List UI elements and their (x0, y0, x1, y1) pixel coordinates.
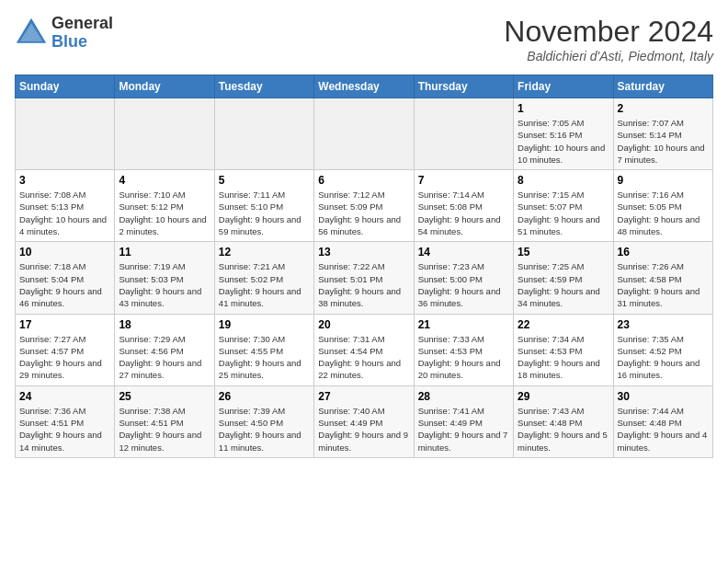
day-number: 17 (19, 318, 110, 331)
day-info: Sunrise: 7:08 AM Sunset: 5:13 PM Dayligh… (19, 189, 110, 237)
day-info: Sunrise: 7:19 AM Sunset: 5:03 PM Dayligh… (119, 260, 210, 309)
calendar-cell: 1Sunrise: 7:05 AM Sunset: 5:16 PM Daylig… (514, 98, 613, 170)
day-number: 30 (618, 390, 709, 403)
day-number: 22 (518, 318, 609, 331)
day-info: Sunrise: 7:29 AM Sunset: 4:56 PM Dayligh… (119, 333, 210, 382)
calendar-cell (314, 98, 414, 170)
day-number: 16 (618, 246, 709, 259)
header-monday: Monday (115, 75, 214, 98)
day-info: Sunrise: 7:05 AM Sunset: 5:16 PM Dayligh… (518, 117, 609, 166)
day-info: Sunrise: 7:35 AM Sunset: 4:52 PM Dayligh… (618, 333, 709, 382)
day-number: 10 (19, 246, 110, 259)
page-header: General Blue November 2024 Baldichieri d… (15, 15, 713, 63)
header-tuesday: Tuesday (214, 75, 313, 98)
calendar-cell: 16Sunrise: 7:26 AM Sunset: 4:58 PM Dayli… (613, 242, 712, 314)
calendar-cell: 21Sunrise: 7:33 AM Sunset: 4:53 PM Dayli… (414, 314, 513, 385)
month-title: November 2024 (504, 15, 713, 49)
day-number: 6 (318, 174, 409, 187)
day-number: 23 (618, 318, 709, 331)
day-info: Sunrise: 7:11 AM Sunset: 5:10 PM Dayligh… (219, 189, 310, 237)
calendar-week-1: 1Sunrise: 7:05 AM Sunset: 5:16 PM Daylig… (16, 98, 713, 170)
day-number: 8 (518, 174, 609, 187)
day-info: Sunrise: 7:41 AM Sunset: 4:49 PM Dayligh… (418, 405, 509, 454)
calendar-cell: 13Sunrise: 7:22 AM Sunset: 5:01 PM Dayli… (314, 242, 414, 314)
header-sunday: Sunday (16, 75, 115, 98)
calendar-cell: 23Sunrise: 7:35 AM Sunset: 4:52 PM Dayli… (613, 314, 712, 385)
day-info: Sunrise: 7:43 AM Sunset: 4:48 PM Dayligh… (518, 405, 609, 454)
day-info: Sunrise: 7:30 AM Sunset: 4:55 PM Dayligh… (219, 333, 310, 382)
calendar-cell: 4Sunrise: 7:10 AM Sunset: 5:12 PM Daylig… (115, 170, 214, 242)
day-number: 29 (518, 390, 609, 403)
calendar-cell: 29Sunrise: 7:43 AM Sunset: 4:48 PM Dayli… (514, 385, 613, 457)
calendar-cell: 27Sunrise: 7:40 AM Sunset: 4:49 PM Dayli… (314, 385, 414, 457)
location: Baldichieri d'Asti, Piedmont, Italy (504, 49, 713, 63)
day-info: Sunrise: 7:07 AM Sunset: 5:14 PM Dayligh… (618, 117, 709, 166)
calendar-cell: 2Sunrise: 7:07 AM Sunset: 5:14 PM Daylig… (613, 98, 712, 170)
day-number: 5 (219, 174, 310, 187)
day-info: Sunrise: 7:10 AM Sunset: 5:12 PM Dayligh… (119, 189, 210, 237)
day-info: Sunrise: 7:25 AM Sunset: 4:59 PM Dayligh… (518, 260, 609, 309)
day-info: Sunrise: 7:44 AM Sunset: 4:48 PM Dayligh… (618, 405, 709, 454)
title-block: November 2024 Baldichieri d'Asti, Piedmo… (504, 15, 713, 63)
header-friday: Friday (514, 75, 613, 98)
day-number: 13 (318, 246, 409, 259)
day-info: Sunrise: 7:22 AM Sunset: 5:01 PM Dayligh… (318, 260, 409, 309)
calendar-cell (414, 98, 513, 170)
day-number: 18 (119, 318, 210, 331)
day-info: Sunrise: 7:12 AM Sunset: 5:09 PM Dayligh… (318, 189, 409, 237)
day-info: Sunrise: 7:34 AM Sunset: 4:53 PM Dayligh… (518, 333, 609, 382)
calendar-cell: 26Sunrise: 7:39 AM Sunset: 4:50 PM Dayli… (214, 385, 313, 457)
day-info: Sunrise: 7:15 AM Sunset: 5:07 PM Dayligh… (518, 189, 609, 237)
calendar-cell: 12Sunrise: 7:21 AM Sunset: 5:02 PM Dayli… (214, 242, 313, 314)
calendar-cell: 9Sunrise: 7:16 AM Sunset: 5:05 PM Daylig… (613, 170, 712, 242)
calendar-cell (115, 98, 214, 170)
calendar-cell: 7Sunrise: 7:14 AM Sunset: 5:08 PM Daylig… (414, 170, 513, 242)
calendar-cell: 6Sunrise: 7:12 AM Sunset: 5:09 PM Daylig… (314, 170, 414, 242)
calendar-cell: 20Sunrise: 7:31 AM Sunset: 4:54 PM Dayli… (314, 314, 414, 385)
day-info: Sunrise: 7:40 AM Sunset: 4:49 PM Dayligh… (318, 405, 409, 454)
calendar-cell: 25Sunrise: 7:38 AM Sunset: 4:51 PM Dayli… (115, 385, 214, 457)
day-number: 20 (318, 318, 409, 331)
calendar-cell: 14Sunrise: 7:23 AM Sunset: 5:00 PM Dayli… (414, 242, 513, 314)
day-number: 9 (618, 174, 709, 187)
calendar-header: Sunday Monday Tuesday Wednesday Thursday… (16, 75, 713, 98)
day-number: 7 (418, 174, 509, 187)
day-number: 2 (618, 102, 709, 115)
day-info: Sunrise: 7:31 AM Sunset: 4:54 PM Dayligh… (318, 333, 409, 382)
header-thursday: Thursday (414, 75, 513, 98)
calendar-cell (16, 98, 115, 170)
day-info: Sunrise: 7:14 AM Sunset: 5:08 PM Dayligh… (418, 189, 509, 237)
day-info: Sunrise: 7:16 AM Sunset: 5:05 PM Dayligh… (618, 189, 709, 237)
day-number: 26 (219, 390, 310, 403)
day-number: 25 (119, 390, 210, 403)
calendar-week-4: 17Sunrise: 7:27 AM Sunset: 4:57 PM Dayli… (16, 314, 713, 385)
calendar-cell: 24Sunrise: 7:36 AM Sunset: 4:51 PM Dayli… (16, 385, 115, 457)
calendar-cell (214, 98, 313, 170)
calendar-cell: 15Sunrise: 7:25 AM Sunset: 4:59 PM Dayli… (514, 242, 613, 314)
day-number: 11 (119, 246, 210, 259)
day-info: Sunrise: 7:26 AM Sunset: 4:58 PM Dayligh… (618, 260, 709, 309)
calendar-cell: 5Sunrise: 7:11 AM Sunset: 5:10 PM Daylig… (214, 170, 313, 242)
calendar-cell: 8Sunrise: 7:15 AM Sunset: 5:07 PM Daylig… (514, 170, 613, 242)
day-info: Sunrise: 7:33 AM Sunset: 4:53 PM Dayligh… (418, 333, 509, 382)
calendar-cell: 17Sunrise: 7:27 AM Sunset: 4:57 PM Dayli… (16, 314, 115, 385)
day-info: Sunrise: 7:21 AM Sunset: 5:02 PM Dayligh… (219, 260, 310, 309)
header-row: Sunday Monday Tuesday Wednesday Thursday… (16, 75, 713, 98)
day-number: 14 (418, 246, 509, 259)
calendar-week-2: 3Sunrise: 7:08 AM Sunset: 5:13 PM Daylig… (16, 170, 713, 242)
calendar-week-3: 10Sunrise: 7:18 AM Sunset: 5:04 PM Dayli… (16, 242, 713, 314)
day-number: 27 (318, 390, 409, 403)
logo: General Blue (15, 15, 113, 52)
calendar-cell: 22Sunrise: 7:34 AM Sunset: 4:53 PM Dayli… (514, 314, 613, 385)
calendar-table: Sunday Monday Tuesday Wednesday Thursday… (15, 75, 713, 458)
calendar-cell: 28Sunrise: 7:41 AM Sunset: 4:49 PM Dayli… (414, 385, 513, 457)
calendar-week-5: 24Sunrise: 7:36 AM Sunset: 4:51 PM Dayli… (16, 385, 713, 457)
calendar-cell: 30Sunrise: 7:44 AM Sunset: 4:48 PM Dayli… (613, 385, 712, 457)
day-info: Sunrise: 7:39 AM Sunset: 4:50 PM Dayligh… (219, 405, 310, 454)
day-number: 28 (418, 390, 509, 403)
day-info: Sunrise: 7:18 AM Sunset: 5:04 PM Dayligh… (19, 260, 110, 309)
day-number: 12 (219, 246, 310, 259)
day-info: Sunrise: 7:36 AM Sunset: 4:51 PM Dayligh… (19, 405, 110, 454)
day-number: 15 (518, 246, 609, 259)
calendar-body: 1Sunrise: 7:05 AM Sunset: 5:16 PM Daylig… (16, 98, 713, 458)
